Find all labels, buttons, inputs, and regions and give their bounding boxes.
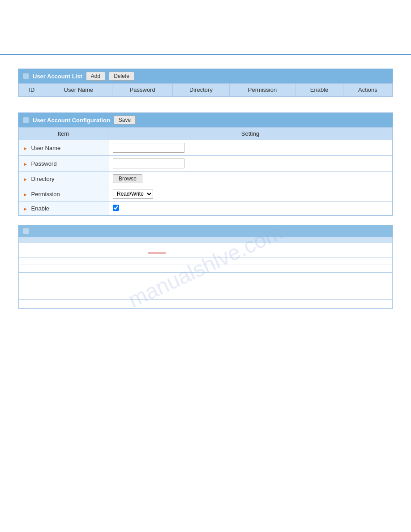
third-col-2 [143,237,268,243]
permission-select[interactable]: Read/Write Read Only [113,189,153,199]
third-row-2 [19,257,393,265]
col-id: ID [19,84,45,96]
permission-row: ► Permission Read/Write Read Only [19,186,393,202]
header-icon [23,73,29,79]
password-label: ► Password [19,156,108,172]
third-section: ______ [18,225,393,309]
top-border [0,54,411,55]
browse-button[interactable]: Browse [113,174,142,183]
password-row: ► Password [19,156,393,172]
third-row-4 [19,273,393,300]
save-button[interactable]: Save [114,116,136,124]
user-account-config-section: User Account Configuration Save Item Set… [18,112,393,216]
permission-label: ► Permission [19,186,108,202]
col-password: Password [112,84,173,96]
directory-row: ► Directory Browse [19,172,393,186]
third-link[interactable]: ______ [148,247,166,253]
username-row: ► User Name [19,140,393,156]
enable-arrow-icon: ► [23,206,28,211]
username-arrow-icon: ► [23,146,28,151]
directory-arrow-icon: ► [23,177,28,182]
col-actions: Actions [343,84,392,96]
third-section-header [18,225,393,237]
col-enable: Enable [295,84,343,96]
username-setting [108,140,393,156]
username-input[interactable] [113,143,184,153]
directory-setting: Browse [108,172,393,186]
third-col-3 [268,237,392,243]
third-row-5 [19,300,393,309]
config-header-icon [23,117,29,123]
user-account-config-header: User Account Configuration Save [18,113,393,127]
password-input[interactable] [113,159,184,168]
col-permission: Permission [229,84,295,96]
third-table: ______ [18,237,393,309]
delete-button[interactable]: Delete [109,72,134,81]
add-button[interactable]: Add [86,72,105,81]
user-account-list-section: User Account List Add Delete ID User Nam… [18,69,393,97]
enable-label: ► Enable [19,202,108,215]
third-col-1 [19,237,143,243]
col-username: User Name [45,84,112,96]
user-account-list-title: User Account List [33,73,82,80]
third-row-3 [19,265,393,273]
user-account-config-title: User Account Configuration [33,117,110,124]
directory-label: ► Directory [19,172,108,186]
config-col-setting: Setting [108,128,393,140]
enable-checkbox[interactable] [113,205,119,211]
username-label: ► User Name [19,140,108,156]
config-table: Item Setting ► User Name [18,127,393,215]
password-arrow-icon: ► [23,162,28,167]
permission-arrow-icon: ► [23,192,28,197]
enable-setting [108,202,393,215]
third-header-icon [23,228,29,234]
config-col-item: Item [19,128,108,140]
third-row-1: ______ [19,243,393,257]
enable-row: ► Enable [19,202,393,215]
user-account-list-header: User Account List Add Delete [18,69,393,83]
permission-setting: Read/Write Read Only [108,186,393,202]
user-account-table: ID User Name Password Directory Permissi… [18,83,393,96]
password-setting [108,156,393,172]
col-directory: Directory [173,84,229,96]
